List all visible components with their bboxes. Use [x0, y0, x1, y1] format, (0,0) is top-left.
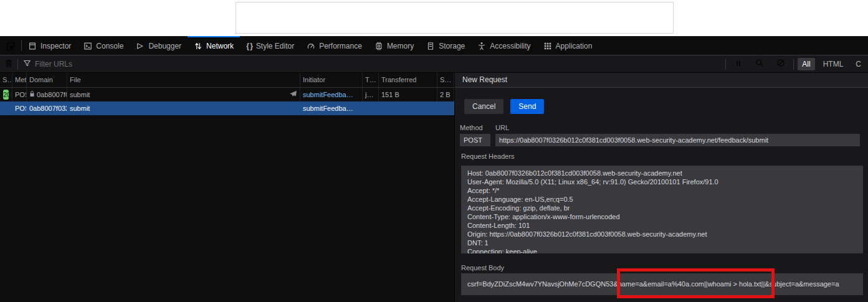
tab-label: Debugger [148, 42, 181, 50]
tab-label: Application [556, 42, 593, 50]
type-cell: j… [363, 88, 379, 101]
status-cell: 200 [0, 88, 12, 101]
tab-label: Storage [439, 42, 465, 50]
accessibility-person-icon [477, 42, 486, 50]
file-cell: submit [67, 101, 300, 115]
tab-label: Performance [319, 42, 362, 50]
webpage-area [0, 0, 868, 36]
debugger-icon [136, 42, 145, 50]
initiator-cell: submitFeedba… [300, 88, 363, 101]
console-icon [83, 42, 92, 50]
url-label: URL [495, 124, 509, 131]
method-url-inputs [460, 134, 863, 146]
element-picker-icon [6, 42, 16, 51]
cancel-button[interactable]: Cancel [464, 99, 503, 114]
devtools-toolbar: Inspector Console Debugger Network { } S… [0, 36, 868, 55]
tab-performance[interactable]: Performance [300, 36, 368, 55]
performance-gauge-icon [307, 42, 315, 50]
pause-icon [735, 59, 742, 69]
tab-label: Console [96, 42, 123, 50]
lock-icon [29, 88, 35, 101]
filter-bar-right: All HTML C [725, 56, 868, 72]
filter-input-wrap [18, 59, 725, 70]
tab-label: Inspector [41, 42, 71, 50]
tab-network[interactable]: Network [188, 36, 240, 55]
url-input[interactable] [495, 134, 860, 146]
request-headers-label: Request Headers [461, 153, 863, 160]
new-request-panel: New Request Cancel Send Method URL Reque… [455, 73, 868, 302]
funnel-icon [23, 59, 31, 70]
tab-label: Memory [387, 42, 414, 50]
file-text: submit [70, 88, 90, 101]
tab-style-editor[interactable]: { } Style Editor [240, 36, 300, 55]
inspector-icon [28, 42, 37, 50]
request-list-panel: S… Met Domain File Initiator T… Transfer… [0, 73, 455, 302]
column-header-initiator[interactable]: Initiator [300, 73, 363, 87]
network-main: S… Met Domain File Initiator T… Transfer… [0, 73, 868, 302]
clear-requests-button[interactable] [0, 56, 17, 72]
column-header-method[interactable]: Met [12, 73, 27, 87]
column-header-file[interactable]: File [67, 73, 300, 87]
tab-label: Style Editor [256, 42, 294, 50]
storage-icon [426, 42, 435, 50]
pause-traffic-button[interactable] [730, 56, 747, 72]
method-url-labels: Method URL [460, 124, 863, 131]
style-editor-icon: { } [246, 42, 252, 50]
column-header-domain[interactable]: Domain [27, 73, 67, 87]
size-cell: 2 B [437, 88, 454, 101]
tab-console[interactable]: Console [77, 36, 130, 55]
domain-text: 0ab8007f0… [37, 88, 67, 101]
filter-type-html[interactable]: HTML [819, 58, 848, 70]
domain-cell: 0ab8007f0… [27, 88, 67, 101]
transferred-cell: 151 B [379, 88, 437, 101]
tab-memory[interactable]: Memory [368, 36, 420, 55]
network-updown-icon [194, 42, 203, 50]
filter-bar-separator [725, 59, 726, 70]
column-header-size[interactable]: S… [437, 73, 454, 87]
method-cell: POS [12, 101, 27, 115]
column-header-transferred[interactable]: Transferred [379, 73, 437, 87]
filter-type-css[interactable]: C [851, 58, 866, 70]
new-request-title: New Request [455, 73, 868, 88]
tab-inspector[interactable]: Inspector [22, 36, 77, 55]
devtools-window: Inspector Console Debugger Network { } S… [0, 36, 868, 302]
size-cell [437, 101, 454, 115]
new-request-actions: Cancel Send [464, 99, 863, 114]
filter-urls-input[interactable] [35, 60, 222, 68]
screenshot-root: Inspector Console Debugger Network { } S… [0, 0, 868, 302]
column-header-status[interactable]: S… [0, 73, 12, 87]
transferred-cell [379, 101, 437, 115]
file-cell: submit [67, 88, 300, 101]
tab-debugger[interactable]: Debugger [130, 36, 188, 55]
tab-label: Accessibility [490, 42, 530, 50]
request-headers-textarea[interactable]: Host: 0ab8007f0326b012c0f381cd003f0058.w… [461, 166, 863, 253]
send-button[interactable]: Send [510, 99, 544, 114]
method-input[interactable] [460, 134, 490, 146]
request-table-header: S… Met Domain File Initiator T… Transfer… [0, 73, 454, 88]
filter-bar-separator [793, 59, 794, 70]
domain-cell: 0ab8007f032… [27, 101, 67, 115]
initiator-link[interactable]: submitFeedba… [303, 91, 353, 98]
column-header-type[interactable]: T… [363, 73, 379, 87]
block-icon [776, 59, 785, 69]
element-picker-button[interactable] [0, 36, 21, 55]
request-row-2-selected[interactable]: POS 0ab8007f032… submit submitFeedba… [0, 101, 454, 115]
status-cell [0, 101, 12, 115]
tab-storage[interactable]: Storage [420, 36, 471, 55]
tab-label: Network [206, 42, 234, 50]
type-cell [363, 101, 379, 115]
search-requests-button[interactable] [751, 56, 768, 72]
filter-type-all[interactable]: All [798, 58, 814, 70]
block-requests-button[interactable] [772, 56, 789, 72]
request-row-1[interactable]: 200 POS 0ab8007f0… submit submitFeedba… [0, 88, 454, 101]
trash-icon [4, 59, 13, 70]
application-grid-icon [543, 42, 552, 50]
webpage-empty-panel [236, 2, 674, 34]
status-badge: 200 [3, 90, 9, 100]
initiator-link: submitFeedba… [303, 105, 353, 112]
tab-application[interactable]: Application [537, 36, 599, 55]
tab-accessibility[interactable]: Accessibility [471, 36, 537, 55]
method-cell: POS [12, 88, 27, 101]
request-body-textarea[interactable]: csrf=BdyZDiZscM4wv7YNavsjOhMe7cDGQN53&na… [461, 273, 863, 295]
send-plane-icon [289, 88, 297, 101]
